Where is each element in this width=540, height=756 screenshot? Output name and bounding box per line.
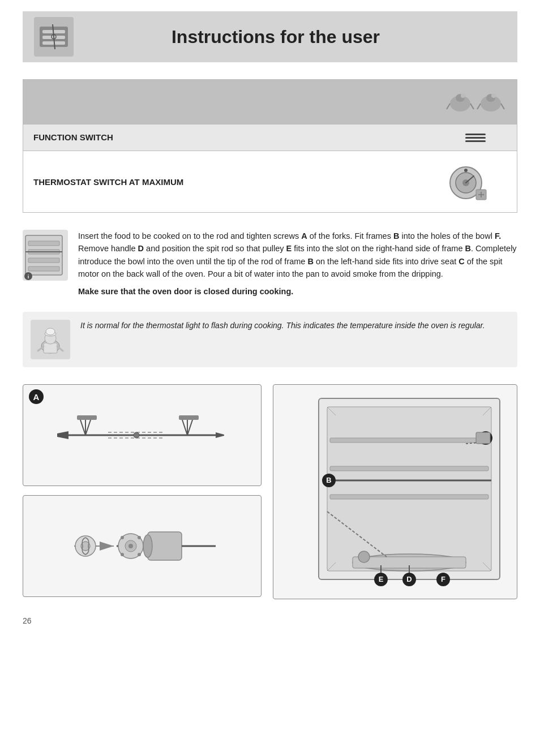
thermostat-icon-cell bbox=[434, 151, 517, 213]
instruction-paragraph: Insert the food to be cooked on to the r… bbox=[78, 230, 517, 281]
svg-rect-72 bbox=[330, 495, 488, 499]
diagram-a-svg bbox=[52, 393, 233, 478]
instruction-block: i Insert the food to be cooked on to the… bbox=[23, 230, 517, 298]
diagram-a-label: A bbox=[29, 389, 44, 404]
svg-point-64 bbox=[121, 553, 124, 556]
svg-point-63 bbox=[138, 536, 141, 539]
svg-rect-43 bbox=[77, 415, 97, 420]
svg-point-65 bbox=[138, 553, 141, 556]
svg-text:D: D bbox=[406, 575, 412, 583]
svg-text:F: F bbox=[441, 575, 445, 583]
three-wave-icon bbox=[444, 134, 507, 142]
svg-line-40 bbox=[80, 418, 85, 435]
diagrams-right: B C D E bbox=[273, 384, 517, 599]
svg-line-46 bbox=[187, 418, 193, 435]
function-switch-label: FUNCTION SWITCH bbox=[33, 132, 113, 142]
wave-line-3 bbox=[465, 140, 486, 142]
header-icon-svg bbox=[37, 20, 71, 54]
page-header: Instructions for the user bbox=[23, 11, 517, 62]
header-icon bbox=[34, 17, 74, 57]
chef-icon bbox=[31, 320, 70, 359]
svg-rect-25 bbox=[28, 241, 59, 246]
svg-point-20 bbox=[464, 169, 468, 172]
svg-rect-33 bbox=[44, 343, 57, 353]
oven-rack-svg: i bbox=[23, 230, 68, 281]
svg-line-10 bbox=[470, 104, 474, 109]
thermostat-label-cell: THERMOSTAT SWITCH AT MAXIMUM bbox=[23, 151, 435, 213]
svg-line-9 bbox=[447, 104, 450, 109]
svg-point-13 bbox=[491, 93, 496, 98]
svg-rect-47 bbox=[179, 415, 199, 420]
svg-line-44 bbox=[182, 418, 187, 435]
svg-marker-50 bbox=[57, 431, 68, 439]
wave-line-2 bbox=[465, 137, 486, 139]
svg-point-52 bbox=[134, 432, 139, 438]
page-number: 26 bbox=[23, 616, 517, 625]
svg-text:E: E bbox=[379, 575, 384, 583]
svg-point-61 bbox=[128, 544, 133, 548]
function-switch-row: FUNCTION SWITCH bbox=[23, 124, 517, 151]
svg-point-62 bbox=[121, 536, 124, 539]
diagram-motor bbox=[23, 495, 262, 597]
instruction-bold-line: Make sure that the oven door is closed d… bbox=[78, 285, 517, 298]
diagrams-left: A bbox=[23, 384, 262, 599]
table-header-icons bbox=[434, 80, 517, 124]
thermostat-row: THERMOSTAT SWITCH AT MAXIMUM bbox=[23, 151, 517, 213]
svg-rect-55 bbox=[148, 532, 182, 560]
label-a-circle: A bbox=[29, 389, 44, 404]
svg-rect-27 bbox=[28, 258, 59, 263]
svg-rect-71 bbox=[330, 466, 488, 471]
diagram-oven: B C D E bbox=[273, 384, 517, 599]
function-switch-label-cell: FUNCTION SWITCH bbox=[23, 124, 435, 151]
diagrams-section: A bbox=[23, 384, 517, 599]
info-table: FUNCTION SWITCH THERMOSTAT SWITCH AT MAX… bbox=[23, 79, 517, 213]
svg-rect-36 bbox=[46, 328, 55, 335]
page-title: Instructions for the user bbox=[85, 27, 466, 48]
diagram-oven-svg: B C D E bbox=[273, 387, 517, 596]
svg-point-8 bbox=[461, 93, 465, 98]
header-food-icons bbox=[444, 88, 507, 116]
diagram-a: A bbox=[23, 384, 262, 486]
svg-marker-51 bbox=[216, 432, 224, 438]
function-switch-icon-cell bbox=[434, 124, 517, 151]
table-header-left bbox=[23, 80, 435, 124]
svg-rect-28 bbox=[28, 267, 59, 271]
svg-line-15 bbox=[501, 104, 504, 109]
svg-text:i: i bbox=[28, 274, 29, 280]
svg-rect-70 bbox=[330, 438, 488, 443]
chef-block: It is normal for the thermostat light to… bbox=[23, 312, 517, 367]
wave-line-1 bbox=[465, 134, 486, 135]
svg-rect-69 bbox=[327, 407, 491, 571]
svg-line-14 bbox=[477, 104, 481, 109]
thermostat-knob-icon bbox=[444, 159, 490, 204]
oven-rack-icon: i bbox=[23, 230, 68, 281]
svg-rect-81 bbox=[476, 432, 490, 444]
svg-text:B: B bbox=[326, 476, 331, 484]
svg-point-88 bbox=[358, 551, 370, 562]
thermostat-label: THERMOSTAT SWITCH AT MAXIMUM bbox=[33, 177, 183, 187]
svg-point-58 bbox=[143, 535, 152, 557]
table-header-row bbox=[23, 80, 517, 124]
svg-line-42 bbox=[85, 418, 91, 435]
chef-note-text: It is normal for the thermostat light to… bbox=[80, 320, 509, 332]
diagram-motor-svg bbox=[52, 501, 233, 591]
chef-hat-svg bbox=[33, 323, 67, 356]
instruction-text: Insert the food to be cooked on to the r… bbox=[78, 230, 517, 298]
